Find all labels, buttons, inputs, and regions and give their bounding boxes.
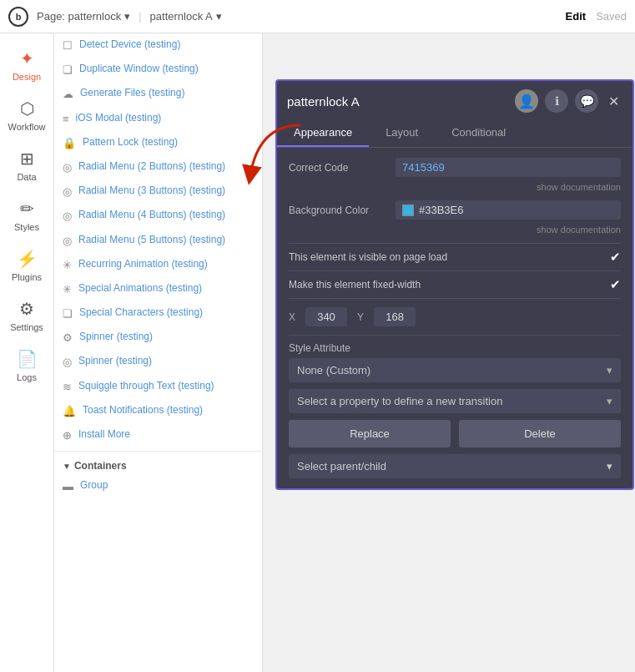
correct-code-row: Correct Code 7415369 <box>289 158 621 177</box>
list-item[interactable]: ☐ Detect Device (testing) <box>54 33 262 58</box>
show-doc-2[interactable]: show documentation <box>289 225 621 235</box>
edit-button[interactable]: Edit <box>566 10 587 23</box>
transition-dropdown[interactable]: Select a property to define a new transi… <box>289 389 621 413</box>
list-item[interactable]: ◎ Radial Menu (2 Buttons) (testing) <box>54 155 262 179</box>
list-item[interactable]: ◎ Radial Menu (5 Buttons) (testing) <box>54 229 262 253</box>
duplicate-window-label: Duplicate Window (testing) <box>79 62 254 76</box>
avatar-icon[interactable]: 👤 <box>515 89 538 113</box>
sidebar-item-plugins[interactable]: ⚡ Plugins <box>3 242 51 289</box>
sidebar-item-styles[interactable]: ✏ Styles <box>3 192 51 239</box>
toast-icon: 🔔 <box>63 404 76 419</box>
delete-button[interactable]: Delete <box>459 420 621 447</box>
color-field[interactable]: #33B3E6 <box>396 200 621 220</box>
duplicate-window-icon: ❏ <box>63 63 73 78</box>
fixed-width-checkbox[interactable]: ✔ <box>610 277 621 292</box>
properties-panel: patternlock A 👤 ℹ 💬 ✕ Appearance Layout … <box>275 79 634 490</box>
list-item[interactable]: ◎ Spinner (testing) <box>54 350 262 374</box>
transition-placeholder: Select a property to define a new transi… <box>297 395 502 407</box>
radial-menu-5-icon: ◎ <box>63 234 72 249</box>
radial-menu-2-icon: ◎ <box>63 160 72 175</box>
visible-on-load-label: This element is visible on page load <box>289 251 447 263</box>
tab-conditional[interactable]: Conditional <box>435 119 522 147</box>
saved-indicator: Saved <box>596 10 627 23</box>
ios-modal-icon: ≡ <box>63 112 69 127</box>
style-attribute-dropdown[interactable]: None (Custom) ▾ <box>289 358 621 382</box>
close-button[interactable]: ✕ <box>605 92 622 111</box>
toast-label: Toast Notifications (testing) <box>83 403 254 417</box>
action-buttons: Replace Delete <box>289 420 621 447</box>
correct-code-value[interactable]: 7415369 <box>396 158 621 177</box>
install-more-item[interactable]: ⊕ Install More <box>54 423 262 447</box>
list-item[interactable]: ≡ iOS Modal (testing) <box>54 107 262 131</box>
pattern-lock-label: Pattern Lock (testing) <box>83 135 254 149</box>
list-item[interactable]: ≋ Squiggle through Text (testing) <box>54 375 262 399</box>
app-dropdown-icon[interactable]: ▾ <box>216 10 222 23</box>
app-logo[interactable]: b <box>8 7 28 27</box>
detect-device-icon: ☐ <box>63 38 73 53</box>
x-value[interactable]: 340 <box>305 307 347 326</box>
page-label: Page: patternlock <box>37 10 121 23</box>
styles-icon: ✏ <box>20 199 34 219</box>
page-selector[interactable]: Page: patternlock ▾ <box>37 10 130 23</box>
visible-on-load-checkbox[interactable]: ✔ <box>610 250 621 265</box>
page-dropdown-icon[interactable]: ▾ <box>124 10 130 23</box>
squiggle-label: Squiggle through Text (testing) <box>78 379 254 393</box>
bg-color-row: Background Color #33B3E6 <box>289 200 621 220</box>
special-animations-label: Special Animations (testing) <box>78 281 254 296</box>
tab-appearance[interactable]: Appearance <box>277 119 369 147</box>
sidebar-item-data[interactable]: ⊞ Data <box>3 142 51 189</box>
list-item[interactable]: ✳ Special Animations (testing) <box>54 277 262 301</box>
divider <box>54 451 262 452</box>
detect-device-label: Detect Device (testing) <box>79 38 254 52</box>
show-doc-1[interactable]: show documentation <box>289 182 621 192</box>
tab-layout[interactable]: Layout <box>369 119 435 147</box>
radial-menu-3-label: Radial Menu (3 Buttons) (testing) <box>78 184 254 198</box>
bg-color-label: Background Color <box>289 205 389 216</box>
select-parent-arrow: ▾ <box>607 460 612 472</box>
squiggle-icon: ≋ <box>63 380 72 395</box>
style-dropdown-arrow: ▾ <box>607 364 612 376</box>
list-item[interactable]: ☁ Generate Files (testing) <box>54 82 262 106</box>
settings-label: Settings <box>10 322 43 332</box>
correct-code-label: Correct Code <box>289 162 389 174</box>
color-swatch <box>402 205 414 216</box>
panel-body: Correct Code 7415369 show documentation … <box>277 148 632 488</box>
containers-section: ▼ Containers <box>54 455 262 474</box>
group-item[interactable]: ▬ Group <box>54 474 262 498</box>
sidebar-item-logs[interactable]: 📄 Logs <box>3 342 51 389</box>
radial-menu-2-label: Radial Menu (2 Buttons) (testing) <box>78 159 254 174</box>
list-item[interactable]: ◎ Radial Menu (3 Buttons) (testing) <box>54 179 262 204</box>
style-attr-label: Style Attribute <box>289 335 621 358</box>
containers-arrow: ▼ <box>63 462 71 471</box>
list-item[interactable]: 🔒 Pattern Lock (testing) <box>54 131 262 155</box>
replace-button[interactable]: Replace <box>289 420 451 447</box>
list-item[interactable]: ❏ Special Characters (testing) <box>54 301 262 326</box>
list-item[interactable]: ◎ Radial Menu (4 Buttons) (testing) <box>54 204 262 228</box>
sidebar-icons: ✦ Design ⬡ Workflow ⊞ Data ✏ Styles ⚡ Pl… <box>0 33 54 672</box>
comment-icon[interactable]: 💬 <box>575 89 598 113</box>
radial-menu-4-label: Radial Menu (4 Buttons) (testing) <box>78 208 254 222</box>
special-chars-icon: ❏ <box>63 306 73 321</box>
ios-modal-label: iOS Modal (testing) <box>76 111 254 125</box>
workflow-icon: ⬡ <box>20 99 34 119</box>
list-item[interactable]: 🔔 Toast Notifications (testing) <box>54 399 262 423</box>
sidebar-item-design[interactable]: ✦ Design <box>3 42 51 88</box>
app-selector[interactable]: patternlock A ▾ <box>150 10 222 23</box>
info-icon[interactable]: ℹ <box>545 89 568 113</box>
settings-icon: ⚙ <box>19 299 34 319</box>
spinner2-icon: ◎ <box>63 355 72 370</box>
list-item[interactable]: ⚙ Spinner (testing) <box>54 326 262 350</box>
pattern-lock-icon: 🔒 <box>63 136 76 151</box>
fixed-width-label: Make this element fixed-width <box>289 279 421 291</box>
sidebar-item-workflow[interactable]: ⬡ Workflow <box>3 92 51 139</box>
generate-files-icon: ☁ <box>63 87 73 102</box>
panel-tabs: Appearance Layout Conditional <box>277 119 632 148</box>
list-item[interactable]: ❏ Duplicate Window (testing) <box>54 58 262 82</box>
sidebar-item-settings[interactable]: ⚙ Settings <box>3 292 51 339</box>
select-parent-dropdown[interactable]: Select parent/child ▾ <box>289 454 621 478</box>
y-value[interactable]: 168 <box>374 307 416 326</box>
list-item[interactable]: ✳ Recurring Animation (testing) <box>54 253 262 277</box>
group-icon: ▬ <box>63 479 73 494</box>
radial-menu-4-icon: ◎ <box>63 209 72 224</box>
radial-menu-3-icon: ◎ <box>63 184 72 200</box>
